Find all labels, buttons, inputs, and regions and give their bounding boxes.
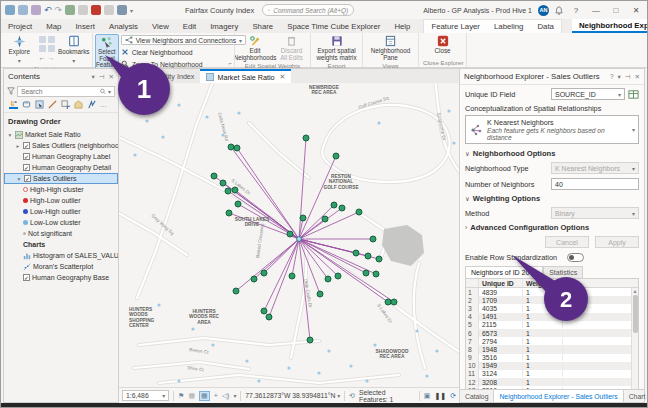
tab-data[interactable]: Data — [530, 20, 560, 33]
refresh-icon[interactable]: ⟳ — [450, 392, 456, 400]
neighbor-point[interactable] — [303, 135, 309, 141]
table-row[interactable]: 819481 — [466, 345, 638, 353]
map-canvas[interactable]: NEWBRIDGEREC AREAGolf Course SqSoapstone… — [119, 83, 459, 387]
neighbor-point[interactable] — [235, 201, 241, 207]
layer-item[interactable]: ▾✓Sales Outliers — [4, 173, 118, 184]
add-overlay-icon[interactable]: + — [214, 392, 218, 399]
tab-labeling[interactable]: Labeling — [487, 20, 530, 33]
list-by-selection-icon[interactable] — [35, 100, 44, 109]
table-row[interactable]: 148391 — [466, 288, 638, 296]
list-by-labeling-icon[interactable] — [74, 100, 83, 109]
table-row[interactable]: 665731 — [466, 329, 638, 337]
legend-item[interactable]: Low-High outlier — [4, 206, 118, 217]
bookmarks-button[interactable]: Bookmarks ▾ — [58, 34, 91, 64]
legend-item[interactable]: High-High cluster — [4, 184, 118, 195]
close-window-icon[interactable]: ✕ — [629, 6, 643, 15]
tab-analysis[interactable]: Analysis — [102, 19, 145, 33]
search-options-icon[interactable]: ▾ — [108, 88, 111, 95]
conceptualization-select[interactable]: K Nearest Neighbors Each feature gets K … — [465, 115, 639, 144]
legend-item[interactable]: Not significant — [4, 228, 118, 239]
table-row[interactable]: 727941 — [466, 337, 638, 345]
neighbor-point[interactable] — [339, 205, 345, 211]
layer-item[interactable]: ▸✓Sales Outliers (neighborhood) — [4, 140, 118, 151]
qat-customize-icon[interactable]: ▾ — [130, 7, 133, 14]
neighbors-tab-1[interactable]: Statistics — [543, 266, 583, 278]
table-row[interactable]: 414911 — [466, 313, 638, 321]
neighbor-point[interactable] — [261, 308, 267, 314]
sound-icon[interactable]: ◁) — [222, 392, 230, 400]
back-arrow-icon[interactable]: ← — [39, 54, 46, 61]
discard-all-edits-button[interactable]: Discard All Edits — [275, 34, 308, 61]
field-table-icon[interactable] — [628, 89, 639, 100]
neighbors-table[interactable]: Unique IDWeight 148391217091340351414911… — [465, 278, 639, 389]
list-by-snapping-icon[interactable] — [61, 100, 70, 109]
table-row[interactable]: 521151 — [466, 321, 638, 329]
clear-neighborhood-button[interactable]: Clear Neighborhood — [121, 48, 246, 57]
save-project-icon[interactable] — [31, 5, 41, 15]
row-standardization-toggle[interactable] — [567, 253, 584, 262]
new-project-icon[interactable] — [5, 5, 15, 15]
tab-neighborhood-explorer[interactable]: Neighborhood Explorer — [572, 19, 648, 33]
pane-close-icon[interactable]: ✕ — [635, 73, 640, 81]
neighborhood-pane-button[interactable]: Neighborhood Pane — [366, 34, 416, 61]
list-by-editing-icon[interactable] — [48, 100, 57, 109]
map-icon[interactable] — [65, 5, 75, 15]
fixed-zoom-in-icon[interactable] — [48, 36, 55, 43]
layer-item[interactable]: ✓Human Geography Base — [4, 272, 118, 283]
filter-icon[interactable] — [7, 87, 15, 95]
grid-icon[interactable]: ▦ — [199, 391, 210, 401]
minimize-icon[interactable]: — — [589, 6, 603, 15]
neighbor-point[interactable] — [333, 153, 339, 159]
neighbor-point[interactable] — [225, 188, 231, 194]
maximize-icon[interactable]: □ — [609, 6, 623, 15]
chart-item[interactable]: Histogram of SALES_VALUE — [4, 250, 118, 261]
legend-item[interactable]: Low-Low cluster — [4, 217, 118, 228]
select-focal-feature-button[interactable]: Select Focal Feature — [95, 34, 119, 70]
basemap-icon[interactable]: ▦ — [188, 392, 195, 400]
forward-arrow-icon[interactable]: → — [48, 54, 55, 61]
map-tab-market-sale-ratio[interactable]: Market Sale Ratio✕ — [200, 69, 291, 83]
expander-icon[interactable]: ▸ — [15, 143, 21, 149]
neighbor-point[interactable] — [317, 291, 323, 297]
neighbor-point[interactable] — [325, 276, 331, 282]
tab-share[interactable]: Share — [245, 19, 280, 33]
cancel-button[interactable]: Cancel — [545, 236, 589, 248]
map-coordinates[interactable]: 77.3612873°W 38.9394811°N ▾ — [245, 392, 340, 399]
tab-feature-layer[interactable]: Feature Layer — [424, 20, 487, 33]
table-row[interactable]: 340351 — [466, 304, 638, 312]
neighbor-point[interactable] — [307, 337, 313, 343]
list-by-drawing-order-icon[interactable] — [9, 100, 18, 109]
geoprocessing-icon[interactable] — [104, 5, 114, 15]
toolbox-icon[interactable] — [91, 5, 101, 15]
neighbor-point[interactable] — [363, 270, 369, 276]
pin-icon[interactable]: ⊣ — [99, 73, 105, 81]
neighbor-point[interactable] — [233, 288, 239, 294]
close-explorer-button[interactable]: Close — [425, 34, 461, 58]
advanced-options-header[interactable]: ›Advanced Configuration Options — [465, 223, 639, 232]
table-row[interactable]: 1131241 — [466, 370, 638, 378]
neighbor-point[interactable] — [376, 256, 382, 262]
table-row[interactable]: 935161 — [466, 354, 638, 362]
neighbor-point[interactable] — [287, 231, 293, 237]
signed-in-user[interactable]: Alberto - GP Analysis - Prod Hive 1 — [423, 7, 532, 14]
neighbor-point[interactable] — [228, 144, 234, 150]
notifications-icon[interactable] — [555, 6, 563, 15]
neighbor-point[interactable] — [322, 216, 328, 222]
layer-checkbox[interactable]: ✓ — [24, 175, 31, 182]
pause-drawing-icon[interactable]: ❚❚ — [434, 392, 446, 400]
layer-item[interactable]: ✓Human Geography Detail — [4, 162, 118, 173]
tab-project[interactable]: Project — [1, 19, 39, 33]
selected-features-count[interactable]: Selected Features: 1 — [359, 389, 415, 403]
explore-dropdown-icon[interactable]: ▾ — [18, 57, 21, 64]
next-extent-icon[interactable] — [48, 45, 55, 52]
help-icon[interactable]: ? — [569, 6, 583, 15]
apply-button[interactable]: Apply — [595, 236, 639, 248]
layer-checkbox[interactable]: ✓ — [23, 164, 30, 171]
neighbor-point[interactable] — [300, 215, 306, 221]
close-tab-icon[interactable]: ✕ — [280, 73, 286, 81]
table-row[interactable]: 1232081 — [466, 378, 638, 386]
weighting-options-header[interactable]: ∨Weighting Options — [465, 194, 639, 203]
neighbor-point[interactable] — [289, 273, 295, 279]
bottom-tab-neighborhood-explorer-sales-outliers[interactable]: Neighborhood Explorer - Sales Outliers — [493, 390, 623, 402]
neighbor-point[interactable] — [365, 253, 371, 259]
